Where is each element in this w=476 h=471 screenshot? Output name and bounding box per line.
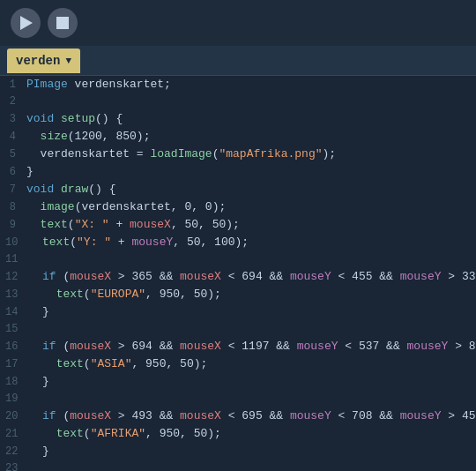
line-number: 18 xyxy=(0,374,28,391)
line-number: 14 xyxy=(0,304,28,321)
line-number: 1 xyxy=(0,77,26,93)
line-number: 11 xyxy=(0,251,28,268)
code-editor: 1PImage verdenskartet;23void setup() {4 … xyxy=(0,76,476,471)
line-number: 4 xyxy=(0,129,26,146)
table-row: 14 } xyxy=(0,303,476,321)
line-number: 3 xyxy=(0,111,26,128)
table-row: 15 xyxy=(0,321,476,338)
table-row: 13 text("EUROPA", 950, 50); xyxy=(0,286,476,303)
table-row: 1PImage verdenskartet; xyxy=(0,76,476,93)
line-content: } xyxy=(28,443,48,460)
line-number: 23 xyxy=(0,460,28,471)
line-number: 12 xyxy=(0,269,28,286)
line-number: 6 xyxy=(0,164,26,181)
line-content: } xyxy=(28,303,48,320)
line-content: } xyxy=(28,373,48,390)
line-content: verdenskartet = loadImage("mapAfrika.png… xyxy=(26,146,336,162)
table-row: 12 if (mouseX > 365 && mouseX < 694 && m… xyxy=(0,268,476,286)
line-content: text("EUROPA", 950, 50); xyxy=(28,286,221,303)
line-content: } xyxy=(26,163,33,180)
line-content: void setup() { xyxy=(26,110,123,127)
table-row: 18 } xyxy=(0,373,476,391)
table-row: 2 xyxy=(0,93,476,110)
table-row: 11 xyxy=(0,251,476,268)
table-row: 23 xyxy=(0,460,476,471)
line-content: void draw() { xyxy=(26,181,115,198)
line-content: text("ASIA", 950, 50); xyxy=(28,355,207,372)
table-row: 19 xyxy=(0,391,476,407)
line-number: 15 xyxy=(0,321,28,338)
line-content: text("Y: " + mouseY, 50, 100); xyxy=(28,234,249,250)
stop-button[interactable] xyxy=(48,8,78,38)
line-content: text("AFRIKA", 950, 50); xyxy=(28,425,221,442)
play-icon xyxy=(20,16,33,30)
toolbar xyxy=(0,0,476,46)
line-content: if (mouseX > 493 && mouseX < 695 && mous… xyxy=(28,407,476,424)
tab-bar: verden ▼ xyxy=(0,46,476,76)
line-content: image(verdenskartet, 0, 0); xyxy=(26,198,226,215)
line-number: 7 xyxy=(0,182,26,198)
table-row: 7void draw() { xyxy=(0,181,476,198)
table-row: 9 text("X: " + mouseX, 50, 50); xyxy=(0,216,476,234)
line-number: 22 xyxy=(0,444,28,460)
table-row: 8 image(verdenskartet, 0, 0); xyxy=(0,198,476,216)
line-number: 8 xyxy=(0,199,26,216)
table-row: 4 size(1200, 850); xyxy=(0,128,476,146)
line-content: text("X: " + mouseX, 50, 50); xyxy=(26,216,240,233)
play-button[interactable] xyxy=(11,8,41,38)
line-content: size(1200, 850); xyxy=(26,128,150,145)
line-content: if (mouseX > 365 && mouseX < 694 && mous… xyxy=(28,268,476,285)
line-number: 20 xyxy=(0,408,28,425)
line-content: if (mouseX > 694 && mouseX < 1197 && mou… xyxy=(28,338,476,355)
table-row: 10 text("Y: " + mouseY, 50, 100); xyxy=(0,234,476,251)
stop-icon xyxy=(56,17,69,29)
tab-dropdown-icon: ▼ xyxy=(65,56,71,66)
line-number: 2 xyxy=(0,93,26,110)
line-number: 13 xyxy=(0,287,28,303)
table-row: 16 if (mouseX > 694 && mouseX < 1197 && … xyxy=(0,338,476,355)
table-row: 5 verdenskartet = loadImage("mapAfrika.p… xyxy=(0,146,476,163)
table-row: 17 text("ASIA", 950, 50); xyxy=(0,355,476,373)
table-row: 21 text("AFRIKA", 950, 50); xyxy=(0,425,476,443)
line-number: 21 xyxy=(0,426,28,443)
line-number: 5 xyxy=(0,146,26,163)
line-number: 16 xyxy=(0,339,28,355)
line-number: 10 xyxy=(0,235,28,251)
tab-label: verden xyxy=(16,54,60,68)
table-row: 6} xyxy=(0,163,476,181)
line-number: 9 xyxy=(0,217,26,234)
tab-verden[interactable]: verden ▼ xyxy=(7,49,80,73)
line-number: 17 xyxy=(0,356,28,373)
table-row: 20 if (mouseX > 493 && mouseX < 695 && m… xyxy=(0,407,476,425)
table-row: 3void setup() { xyxy=(0,110,476,128)
line-number: 19 xyxy=(0,391,28,407)
table-row: 22 } xyxy=(0,443,476,460)
line-content: PImage verdenskartet; xyxy=(26,76,171,93)
